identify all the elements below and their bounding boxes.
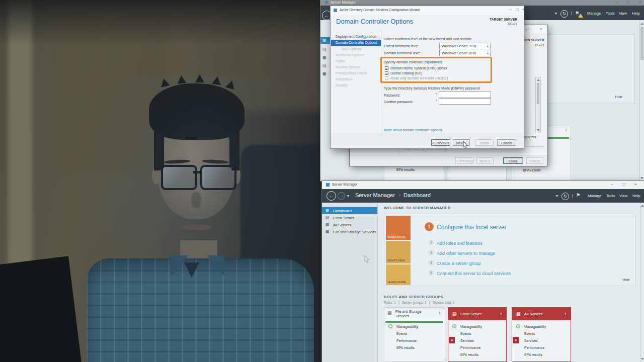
maximize-button[interactable]: □ xyxy=(514,7,520,13)
tile-title[interactable]: File and Storage Services xyxy=(395,309,435,318)
close-button[interactable]: × xyxy=(637,0,643,6)
performance-link[interactable]: Performance xyxy=(524,346,544,349)
menu-tools[interactable]: Tools xyxy=(606,194,615,198)
services-link[interactable]: Services xyxy=(460,339,474,342)
events-link[interactable]: Events xyxy=(396,332,407,335)
next-button[interactable]: Next > xyxy=(476,157,494,164)
global-catalog-checkbox[interactable]: ✓ xyxy=(385,71,388,75)
menu-tools[interactable]: Tools xyxy=(606,11,615,16)
menu-manage[interactable]: Manage xyxy=(587,11,601,16)
add-roles-features-link[interactable]: Add roles and features xyxy=(437,241,482,246)
breadcrumb-root[interactable]: Server Manager xyxy=(355,192,395,198)
whats-new-tab[interactable]: WHAT'S NEW xyxy=(386,241,411,263)
close-button[interactable]: × xyxy=(538,26,544,32)
minimize-button[interactable]: – xyxy=(508,7,514,13)
title-bar[interactable]: Server Manager – □ × xyxy=(320,0,644,6)
wizard-step-installation: Installation xyxy=(336,77,352,81)
dns-server-checkbox[interactable]: ✓ xyxy=(385,66,388,70)
scrollbar[interactable] xyxy=(639,21,644,181)
sidebar-item-all-servers[interactable]: ▦ All Servers xyxy=(322,221,377,228)
services-link[interactable]: Services xyxy=(524,339,538,342)
configure-local-server-link[interactable]: Configure this local server xyxy=(437,224,507,231)
ad-ds-icon[interactable]: ▤ xyxy=(323,63,327,68)
tile-local-server[interactable]: ▤ Local Server 1 ↑ Manageability Events … xyxy=(448,307,507,362)
cancel-button[interactable]: Cancel xyxy=(526,157,543,164)
learn-more-tab[interactable]: LEARN MORE xyxy=(386,264,411,285)
manageability-link[interactable]: Manageability xyxy=(396,325,418,328)
performance-link[interactable]: Performance xyxy=(460,346,480,349)
file-storage-icon[interactable]: ▦ xyxy=(323,71,327,76)
rodc-checkbox[interactable] xyxy=(385,76,388,80)
minimize-button[interactable]: – xyxy=(613,0,619,6)
manageability-link[interactable]: Manageability xyxy=(460,325,482,328)
dsrm-heading: Type the Directory Services Restore Mode… xyxy=(384,86,480,90)
tile-all-servers[interactable]: ▦ All Servers 1 ↑ Manageability Events 4… xyxy=(512,307,571,362)
menu-help[interactable]: Help xyxy=(632,194,640,198)
manageability-link[interactable]: Manageability xyxy=(524,325,546,328)
minimize-button[interactable]: – xyxy=(609,182,615,188)
previous-button[interactable]: < Previous xyxy=(455,157,473,164)
global-catalog-label[interactable]: Global Catalog (GC) xyxy=(390,71,422,75)
confirm-password-input[interactable] xyxy=(439,98,491,105)
wizard-step-domain-controller-options[interactable]: Domain Controller Options xyxy=(331,40,381,46)
close-button[interactable]: Close xyxy=(503,157,523,164)
services-count-badge: 4 xyxy=(513,337,519,343)
close-button[interactable]: × xyxy=(632,182,638,188)
hide-link[interactable]: Hide xyxy=(615,95,622,99)
create-server-group-link[interactable]: Create a server group xyxy=(437,261,481,266)
tile-file-storage-services[interactable]: ▦ File and Storage Services 1 ↑ Manageab… xyxy=(384,307,444,362)
back-icon[interactable]: ← xyxy=(327,191,336,201)
cancel-button[interactable]: Cancel xyxy=(497,139,516,146)
add-other-servers-link[interactable]: Add other servers to manage xyxy=(437,251,495,256)
bpa-results-link[interactable]: BPA results xyxy=(396,168,415,171)
dns-server-label[interactable]: Domain Name System (DNS) server xyxy=(390,66,447,70)
quick-start-tab[interactable]: QUICK START xyxy=(386,216,411,240)
events-link[interactable]: Events xyxy=(460,332,471,335)
flag-icon[interactable]: ⚑ xyxy=(576,193,580,198)
tile-title[interactable]: All Servers xyxy=(524,312,542,316)
close-button[interactable]: × xyxy=(520,7,526,13)
results-scrollbar[interactable] xyxy=(535,77,541,133)
performance-link[interactable]: Performance xyxy=(396,339,417,342)
sidebar-item-dashboard[interactable]: ⊞ Dashboard xyxy=(322,207,377,214)
password-input[interactable] xyxy=(439,92,491,98)
refresh-icon[interactable]: ↻ xyxy=(560,10,568,18)
tile-title[interactable]: Local Server xyxy=(460,312,481,316)
scrollbar[interactable] xyxy=(640,203,644,362)
previous-button[interactable]: < Previous xyxy=(431,139,450,146)
forest-level-select[interactable]: Windows Server 2016 ▾ xyxy=(439,43,491,49)
title-bar[interactable]: Server Manager – □ × xyxy=(322,181,644,189)
maximize-button[interactable]: □ xyxy=(525,26,531,32)
menu-view[interactable]: View xyxy=(619,194,627,198)
breadcrumb-current[interactable]: Dashboard xyxy=(404,192,431,198)
title-bar[interactable]: Active Directory Domain Services Configu… xyxy=(331,6,524,15)
notifications-caret-icon[interactable]: ▾ xyxy=(555,11,557,16)
wizard-step-deployment-configuration[interactable]: Deployment Configuration xyxy=(336,35,376,38)
maximize-button[interactable]: □ xyxy=(625,0,631,6)
file-storage-icon: ▦ xyxy=(387,310,392,315)
forward-icon[interactable]: → xyxy=(338,192,345,200)
menu-view[interactable]: View xyxy=(619,11,627,16)
refresh-icon[interactable]: ↻ xyxy=(561,193,569,200)
connect-cloud-services-link[interactable]: Connect this server to cloud services xyxy=(437,271,511,276)
hide-link[interactable]: Hide xyxy=(623,278,630,282)
notifications-caret-icon[interactable]: ▾ xyxy=(556,194,558,198)
bpa-results-link[interactable]: BPA results xyxy=(523,168,541,172)
all-servers-icon[interactable]: ▦ xyxy=(323,55,327,60)
manageability-icon: ↑ xyxy=(452,324,456,328)
bpa-results-link[interactable]: BPA results xyxy=(460,353,478,356)
maximize-button[interactable]: □ xyxy=(621,182,627,188)
history-caret-icon[interactable]: ▾ xyxy=(347,194,349,198)
rodc-label[interactable]: Read only domain controller (RODC) xyxy=(390,76,448,80)
sidebar-item-local-server[interactable]: ▤ Local Server xyxy=(322,214,377,221)
more-about-link[interactable]: More about domain controller options xyxy=(384,128,442,132)
events-link[interactable]: Events xyxy=(524,332,535,335)
bpa-results-link[interactable]: BPA results xyxy=(396,346,415,349)
domain-level-select[interactable]: Windows Server 2016 ▾ xyxy=(439,50,491,56)
menu-manage[interactable]: Manage xyxy=(588,194,601,198)
local-server-icon[interactable]: ▤ xyxy=(323,47,327,52)
menu-help[interactable]: Help xyxy=(632,11,639,16)
sidebar-item-file-storage-services[interactable]: ▦ File and Storage Services ▸ xyxy=(322,228,377,235)
bpa-results-link[interactable]: BPA results xyxy=(524,353,542,356)
install-button[interactable]: Install xyxy=(475,139,494,146)
